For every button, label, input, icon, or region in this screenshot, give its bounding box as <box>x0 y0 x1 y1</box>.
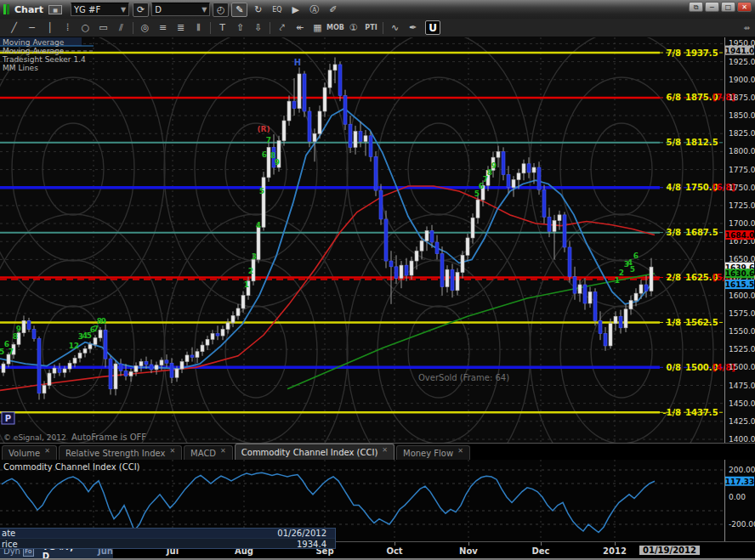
tab-volume[interactable]: Volume✕ <box>2 445 57 460</box>
trend-channel-tool[interactable]: ⤤ <box>273 20 291 36</box>
svg-text:-200.00: -200.00 <box>729 520 755 529</box>
date-value: 01/26/2012 <box>277 529 335 538</box>
ellipse-tool[interactable]: ○ <box>77 20 94 36</box>
toolbar-divider <box>133 22 133 34</box>
refresh-button[interactable]: ↻ <box>250 3 266 17</box>
pti-tool[interactable]: PTI <box>362 20 380 36</box>
svg-text:1900.0: 1900.0 <box>729 76 755 84</box>
svg-text:9: 9 <box>491 161 497 170</box>
auto-button[interactable]: Ⓐ <box>306 3 322 17</box>
regression-tool[interactable]: ↞ <box>291 20 309 36</box>
svg-text:1937.5: 1937.5 <box>685 48 718 58</box>
svg-text:1630.6: 1630.6 <box>725 269 755 278</box>
window-title: Chart <box>14 4 43 15</box>
price-value: 1934.4 <box>297 540 335 549</box>
svg-text:6: 6 <box>633 252 639 260</box>
play-button[interactable]: ▶ <box>287 3 304 17</box>
toolbar-divider <box>383 22 383 34</box>
up-arrow-marker-tool[interactable]: ⇧ <box>231 20 249 36</box>
indicator-tabs: Volume✕Relative Strength Index✕MACD✕Comm… <box>0 443 755 460</box>
page-indicator-icon <box>3 4 9 14</box>
close-button[interactable]: ✕ <box>737 2 752 12</box>
trendline-tool[interactable]: ╱ <box>5 20 23 36</box>
svg-text:© eSignal, 2012: © eSignal, 2012 <box>3 433 66 442</box>
tab-relative-strength-index[interactable]: Relative Strength Index✕ <box>59 445 182 460</box>
svg-text:5: 5 <box>630 265 635 274</box>
interval-value: D <box>155 5 199 14</box>
month-label-dec: Dec <box>531 546 549 556</box>
restore-button[interactable]: ⧉ <box>689 2 703 12</box>
svg-text:8: 8 <box>13 332 18 341</box>
svg-text:1812.5: 1812.5 <box>685 138 718 147</box>
fib-extension-tool[interactable]: ≣ <box>172 20 190 36</box>
svg-text:Moving Average: Moving Average <box>3 47 65 55</box>
pitchfork-tool[interactable]: ⦙ <box>59 20 77 36</box>
title-bar: Chart ▦ YG #F ▼ ⟳D▼◴✎↻EQ▶Ⓐ✐ ⧉─□✕ <box>0 0 755 19</box>
maximize-button[interactable]: □ <box>721 2 735 12</box>
svg-text:1575.0: 1575.0 <box>729 309 755 318</box>
svg-text:1425.0: 1425.0 <box>729 417 755 426</box>
month-tick <box>541 542 542 546</box>
close-icon[interactable]: ✕ <box>169 447 175 455</box>
data-window-price-row: rice 1934.4 <box>0 539 335 549</box>
grid-tool[interactable]: ▦ <box>309 20 326 36</box>
tab-commodity-channel-index-cci-[interactable]: Commodity Channel Index (CCI)✕ <box>235 444 395 460</box>
parallel-lines-tool[interactable]: ⫽ <box>112 20 130 36</box>
rectangle-tool[interactable]: ▭ <box>94 20 112 36</box>
eraser-tool[interactable]: ✒ <box>404 20 422 36</box>
tab-label: Commodity Channel Index (CCI) <box>241 448 378 457</box>
draw-pencil-button[interactable]: ✎ <box>231 3 247 17</box>
svg-text:1/8: 1/8 <box>666 318 681 327</box>
chevron-down-icon: ▼ <box>202 6 207 14</box>
close-icon[interactable]: ✕ <box>44 447 50 455</box>
svg-text:MM Lines: MM Lines <box>3 64 38 72</box>
symbol-combo[interactable]: YG #F ▼ <box>71 3 129 16</box>
horizontal-line-tool[interactable]: ─ <box>23 20 41 36</box>
interval-combo[interactable]: D▼ <box>151 3 210 16</box>
svg-text:(R): (R) <box>257 125 270 133</box>
symbol-settings-button[interactable]: ⟳ <box>133 3 149 17</box>
zigzag-tool[interactable]: ∿ <box>386 20 404 36</box>
vertical-line-tool[interactable]: │ <box>41 20 59 36</box>
svg-text:1615.5: 1615.5 <box>725 280 755 289</box>
svg-text:3: 3 <box>252 252 257 261</box>
svg-text:1562.5: 1562.5 <box>685 318 718 327</box>
mob-tool[interactable]: MOB <box>326 20 344 36</box>
svg-text:Tradesight Seeker 1.4: Tradesight Seeker 1.4 <box>2 55 86 64</box>
toolbar-overflow-icon[interactable]: ⇴ <box>743 24 750 32</box>
svg-text:0/8: 0/8 <box>666 363 681 372</box>
fib-circles-tool[interactable]: ◎ <box>136 20 154 36</box>
svg-text:2/8: 2/8 <box>666 273 681 282</box>
svg-text:Moving Average: Moving Average <box>3 38 65 47</box>
underline-tool[interactable]: U <box>425 20 440 35</box>
svg-text:2: 2 <box>248 267 253 275</box>
svg-text:-1/8: -1/8 <box>662 408 681 417</box>
month-tick <box>395 542 395 546</box>
down-arrow-marker-tool[interactable]: ⇩ <box>249 20 267 36</box>
eq-button[interactable]: EQ <box>269 3 285 17</box>
svg-text:6/8: 6/8 <box>666 93 681 102</box>
interval-clock-button[interactable]: ◴ <box>213 3 229 17</box>
close-icon[interactable]: ✕ <box>220 447 226 455</box>
svg-text:7: 7 <box>9 348 14 356</box>
tab-macd[interactable]: MACD✕ <box>184 445 233 460</box>
svg-text:1525.0: 1525.0 <box>729 345 755 354</box>
chevron-down-icon: ▼ <box>121 6 126 14</box>
circled-one-tool[interactable]: ① <box>344 20 362 36</box>
close-icon[interactable]: ✕ <box>382 446 388 454</box>
fib-time-tool[interactable]: ⦀ <box>190 20 207 36</box>
svg-text:1925.0: 1925.0 <box>729 58 755 66</box>
svg-text:2: 2 <box>74 342 79 350</box>
tab-money-flow[interactable]: Money Flow✕ <box>396 445 470 460</box>
svg-text:5/8: 5/8 <box>666 138 681 147</box>
text-tool[interactable]: T <box>213 20 231 36</box>
svg-text:1437.5: 1437.5 <box>685 408 718 417</box>
month-tick <box>615 542 616 546</box>
svg-text:1700.0: 1700.0 <box>729 219 755 228</box>
fib-retracement-tool[interactable]: ≡ <box>154 20 172 36</box>
price-chart-pane[interactable]: 56789123456789123456789(R)H56789123456Ov… <box>0 37 755 443</box>
minimize-button[interactable]: ─ <box>705 2 719 12</box>
marker-button[interactable]: ✐ <box>325 3 341 17</box>
close-icon[interactable]: ✕ <box>457 447 463 455</box>
svg-text:1450.0: 1450.0 <box>729 399 755 408</box>
